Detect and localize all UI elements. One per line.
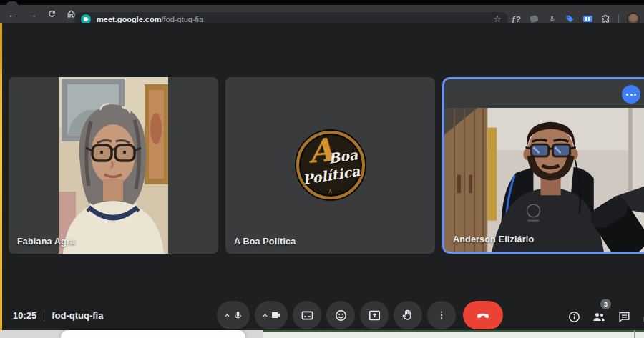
meet-window: ← → meet.google.com/fod-qtuq-fia ☆ ƒ?	[0, 0, 644, 338]
url-domain: meet.google.com	[97, 15, 161, 24]
boa-politica-logo: A Boa Política ∧	[296, 131, 365, 199]
chat-icon	[618, 310, 631, 324]
raise-hand-button[interactable]	[394, 301, 422, 329]
video-grid: Fabiana Agra A Boa Política ∧ A Boa Polí…	[9, 77, 644, 254]
vertical-dots-icon	[436, 309, 447, 321]
background-window-edge	[0, 330, 644, 338]
microphone-icon	[233, 310, 243, 321]
fabiana-video	[59, 77, 168, 254]
hand-icon	[401, 309, 414, 322]
smiley-icon	[334, 309, 348, 322]
mic-options-chevron[interactable]	[223, 312, 231, 319]
background-window-divider	[634, 330, 635, 338]
video-tile-anderson[interactable]: Anderson Eliziário	[442, 77, 644, 254]
captions-button[interactable]	[293, 301, 321, 329]
forward-arrow-icon: →	[27, 9, 37, 19]
logo-chevron-icon: ∧	[328, 188, 333, 194]
more-options-button[interactable]	[427, 301, 456, 329]
meeting-info: 10:25 fod-qtuq-fia	[13, 310, 103, 321]
end-call-button[interactable]	[463, 301, 503, 329]
activities-button[interactable]	[641, 309, 644, 324]
camera-options-chevron[interactable]	[261, 312, 269, 319]
video-tile-boa-politica[interactable]: A Boa Política ∧ A Boa Política	[225, 77, 435, 254]
anderson-video	[444, 108, 644, 252]
participant-name: Fabiana Agra	[17, 237, 75, 247]
reload-button[interactable]	[43, 6, 60, 21]
end-call-icon	[475, 307, 491, 323]
background-window-white-card	[61, 330, 245, 338]
mic-button[interactable]	[217, 301, 250, 329]
cursor-extension-icon	[530, 15, 539, 24]
camera-button[interactable]	[255, 301, 288, 329]
chevron-up-icon	[223, 312, 231, 319]
background-window-green-area	[263, 330, 644, 338]
url-path: /fod-qtuq-fia	[161, 15, 203, 24]
camera-icon	[270, 309, 282, 321]
participant-name: Anderson Eliziário	[453, 234, 534, 244]
back-arrow-icon: ←	[8, 9, 18, 19]
participant-count-badge: 3	[600, 299, 611, 309]
meeting-code: fod-qtuq-fia	[52, 310, 103, 321]
meeting-details-button[interactable]	[566, 309, 582, 324]
captions-icon	[301, 309, 314, 322]
info-icon	[567, 310, 581, 324]
clock-time: 10:25	[13, 310, 36, 321]
present-screen-icon	[368, 309, 381, 322]
browser-tab-strip	[0, 0, 644, 5]
tile-more-options-button[interactable]	[622, 85, 640, 104]
reload-icon	[47, 9, 57, 19]
people-button[interactable]: 3	[591, 309, 607, 324]
participant-name: A Boa Política	[234, 237, 296, 247]
font-extension-icon: ƒ?	[512, 15, 521, 24]
info-separator	[44, 311, 44, 321]
left-edge-highlight	[0, 23, 2, 330]
reactions-button[interactable]	[326, 301, 355, 329]
battery-extension-icon	[583, 16, 592, 22]
more-dots-icon	[626, 94, 628, 96]
video-tile-fabiana[interactable]: Fabiana Agra	[9, 77, 218, 254]
chevron-up-icon	[261, 312, 269, 319]
back-button[interactable]: ←	[4, 6, 21, 21]
call-controls	[217, 301, 503, 329]
panel-controls: 3	[566, 309, 644, 324]
browser-toolbar: ← → meet.google.com/fod-qtuq-fia ☆ ƒ?	[0, 5, 644, 23]
present-button[interactable]	[360, 301, 389, 329]
people-icon	[591, 309, 607, 324]
forward-button[interactable]: →	[24, 6, 41, 21]
chat-button[interactable]	[616, 309, 632, 324]
